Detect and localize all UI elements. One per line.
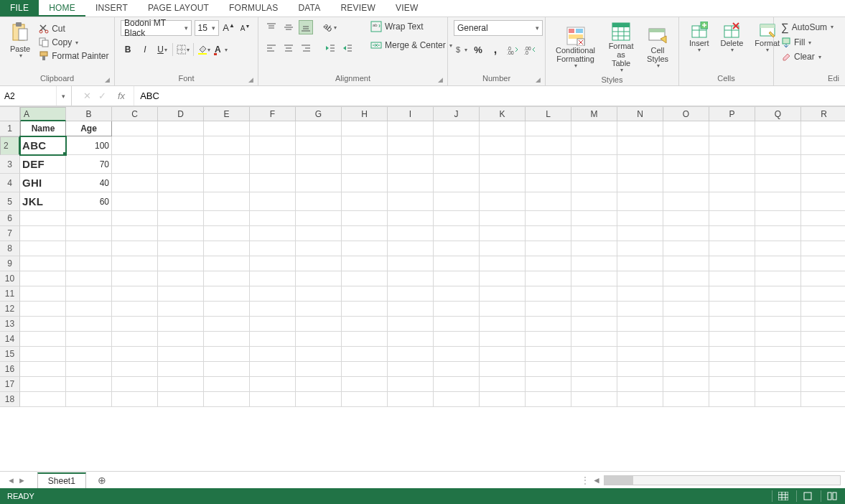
insert-cells-button[interactable]: Insert▾ <box>685 20 714 55</box>
cell-H18[interactable] <box>342 392 388 407</box>
column-header-G[interactable]: G <box>296 107 342 121</box>
tab-file[interactable]: FILE <box>0 0 39 17</box>
cell-K13[interactable] <box>480 317 526 332</box>
cell-P3[interactable] <box>709 155 755 174</box>
cell-B2[interactable]: 100 <box>66 136 112 155</box>
cell-K7[interactable] <box>480 226 526 241</box>
cell-C15[interactable] <box>112 347 158 362</box>
cell-G4[interactable] <box>296 174 342 192</box>
align-top-button[interactable] <box>264 20 279 34</box>
cell-B8[interactable] <box>66 241 112 256</box>
decrease-font-button[interactable]: A▼ <box>238 21 252 35</box>
cell-B15[interactable] <box>66 347 112 362</box>
font-dialog-launcher[interactable]: ◢ <box>248 76 256 83</box>
cell-L17[interactable] <box>526 377 571 392</box>
cell-E8[interactable] <box>204 241 250 256</box>
column-header-C[interactable]: C <box>112 107 158 121</box>
column-header-J[interactable]: J <box>434 107 480 121</box>
cell-M5[interactable] <box>571 192 617 211</box>
cell-G1[interactable] <box>296 121 342 136</box>
column-header-R[interactable]: R <box>801 107 845 121</box>
cell-C10[interactable] <box>112 271 158 286</box>
cell-M15[interactable] <box>571 347 617 362</box>
cell-F5[interactable] <box>250 192 296 211</box>
column-header-I[interactable]: I <box>388 107 434 121</box>
formula-input[interactable] <box>134 86 845 106</box>
cell-O18[interactable] <box>663 392 709 407</box>
cell-M17[interactable] <box>571 377 617 392</box>
cell-G15[interactable] <box>296 347 342 362</box>
borders-button[interactable]: ▾ <box>176 42 190 57</box>
cell-L12[interactable] <box>526 302 571 317</box>
cell-K11[interactable] <box>480 286 526 302</box>
column-header-L[interactable]: L <box>526 107 571 121</box>
cell-Q9[interactable] <box>755 256 801 271</box>
cell-J14[interactable] <box>434 332 480 347</box>
cell-I15[interactable] <box>388 347 434 362</box>
cell-B7[interactable] <box>66 226 112 241</box>
cell-D7[interactable] <box>158 226 204 241</box>
cell-P8[interactable] <box>709 241 755 256</box>
cell-I14[interactable] <box>388 332 434 347</box>
cell-Q7[interactable] <box>755 226 801 241</box>
hscroll-left[interactable]: ◄ <box>592 475 601 485</box>
align-bottom-button[interactable] <box>299 20 313 34</box>
name-box-input[interactable] <box>0 91 56 101</box>
cell-M3[interactable] <box>571 155 617 174</box>
underline-button[interactable]: U▾ <box>155 42 169 57</box>
cell-G12[interactable] <box>296 302 342 317</box>
cell-O14[interactable] <box>663 332 709 347</box>
cell-E5[interactable] <box>204 192 250 211</box>
cell-C17[interactable] <box>112 377 158 392</box>
cell-Q6[interactable] <box>755 211 801 226</box>
cell-G11[interactable] <box>296 286 342 302</box>
cell-D17[interactable] <box>158 377 204 392</box>
cell-J5[interactable] <box>434 192 480 211</box>
insert-function-button[interactable]: fx <box>113 90 129 101</box>
cell-N7[interactable] <box>617 226 663 241</box>
cell-A3[interactable]: DEF <box>20 155 66 174</box>
cell-I16[interactable] <box>388 362 434 377</box>
cell-N1[interactable] <box>617 121 663 136</box>
cell-L10[interactable] <box>526 271 571 286</box>
cell-H12[interactable] <box>342 302 388 317</box>
cell-G3[interactable] <box>296 155 342 174</box>
cell-C9[interactable] <box>112 256 158 271</box>
autosum-button[interactable]: ∑AutoSum▾ <box>780 20 839 34</box>
cell-M12[interactable] <box>571 302 617 317</box>
cell-B5[interactable]: 60 <box>66 192 112 211</box>
cell-R10[interactable] <box>801 271 845 286</box>
cell-R4[interactable] <box>801 174 845 192</box>
row-header-3[interactable]: 3 <box>0 155 20 174</box>
cell-K2[interactable] <box>480 136 526 155</box>
cell-D9[interactable] <box>158 256 204 271</box>
cell-O17[interactable] <box>663 377 709 392</box>
cell-H8[interactable] <box>342 241 388 256</box>
cell-C11[interactable] <box>112 286 158 302</box>
cell-F3[interactable] <box>250 155 296 174</box>
cell-E12[interactable] <box>204 302 250 317</box>
comma-button[interactable]: , <box>488 42 503 57</box>
cell-O10[interactable] <box>663 271 709 286</box>
cell-J8[interactable] <box>434 241 480 256</box>
row-header-13[interactable]: 13 <box>0 317 20 332</box>
cell-A5[interactable]: JKL <box>20 192 66 211</box>
cell-Q3[interactable] <box>755 155 801 174</box>
cell-F6[interactable] <box>250 211 296 226</box>
cell-O1[interactable] <box>663 121 709 136</box>
row-header-14[interactable]: 14 <box>0 332 20 347</box>
cell-K14[interactable] <box>480 332 526 347</box>
cell-H17[interactable] <box>342 377 388 392</box>
cell-E6[interactable] <box>204 211 250 226</box>
cell-D10[interactable] <box>158 271 204 286</box>
cell-H6[interactable] <box>342 211 388 226</box>
italic-button[interactable]: I <box>138 42 152 57</box>
cell-L7[interactable] <box>526 226 571 241</box>
cell-O16[interactable] <box>663 362 709 377</box>
cell-K3[interactable] <box>480 155 526 174</box>
cell-M2[interactable] <box>571 136 617 155</box>
tab-view[interactable]: VIEW <box>386 0 428 17</box>
cell-D2[interactable] <box>158 136 204 155</box>
cell-A15[interactable] <box>20 347 66 362</box>
cell-H3[interactable] <box>342 155 388 174</box>
